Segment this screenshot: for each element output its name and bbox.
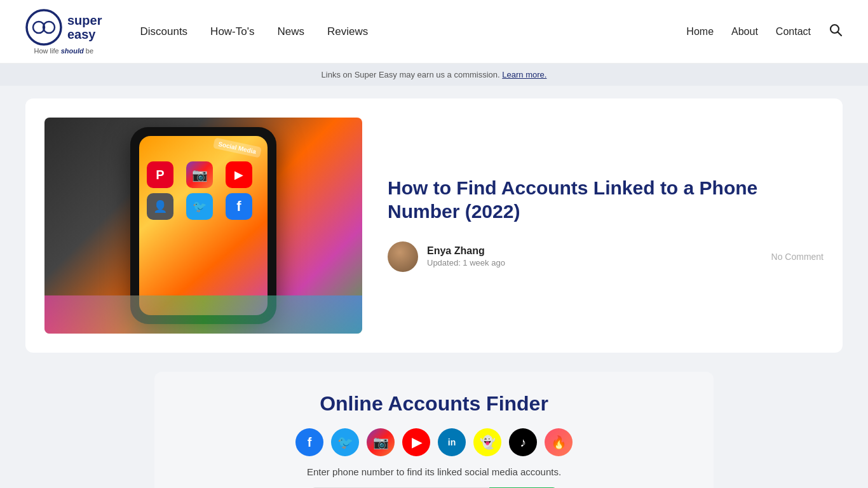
- article-title: How to Find Accounts Linked to a Phone N…: [388, 176, 824, 224]
- author-row: Enya Zhang Updated: 1 week ago No Commen…: [388, 241, 824, 272]
- author-name: Enya Zhang: [427, 245, 505, 257]
- article-info: How to Find Accounts Linked to a Phone N…: [388, 176, 824, 276]
- header-right: Home About Contact: [686, 23, 843, 40]
- logo-tagline: How life should be: [34, 47, 93, 55]
- header-left: super easy How life should be Discounts …: [25, 9, 368, 55]
- commission-text: Links on Super Easy may earn us a commis…: [322, 70, 500, 79]
- svg-line-4: [838, 32, 842, 36]
- logo-brand-name: super easy: [67, 13, 102, 41]
- app-icon-pinterest: P: [147, 161, 173, 188]
- main-nav: Discounts How-To's News Reviews: [140, 25, 368, 38]
- author-avatar: [388, 241, 418, 272]
- site-header: super easy How life should be Discounts …: [0, 0, 868, 64]
- social-icons-row: f 🐦 📷 ▶ in 👻 ♪ 🔥: [180, 428, 688, 456]
- social-icon-tinder: 🔥: [545, 428, 573, 456]
- comment-count: No Comment: [771, 252, 824, 262]
- nav-home[interactable]: Home: [686, 26, 714, 37]
- app-icon-instagram: 📷: [186, 161, 213, 188]
- nav-reviews[interactable]: Reviews: [327, 25, 368, 38]
- nav-about[interactable]: About: [731, 26, 758, 37]
- social-icon-youtube: ▶: [402, 428, 430, 456]
- finder-title: Online Accounts Finder: [180, 392, 688, 416]
- commission-bar: Links on Super Easy may earn us a commis…: [0, 64, 868, 86]
- social-media-label: Social Media: [213, 137, 261, 158]
- article-card: Social Media P 📷 ▶ 👤 🐦: [25, 98, 843, 353]
- learn-more-link[interactable]: Learn more.: [502, 70, 546, 79]
- app-icon-facebook: f: [226, 193, 252, 220]
- hero-image: Social Media P 📷 ▶ 👤 🐦: [44, 118, 362, 334]
- app-icon-twitter: 🐦: [186, 193, 213, 220]
- nav-news[interactable]: News: [277, 25, 304, 38]
- finder-description: Enter phone number to find its linked so…: [180, 466, 688, 477]
- main-content: Social Media P 📷 ▶ 👤 🐦: [0, 86, 868, 488]
- author-updated: Updated: 1 week ago: [427, 258, 505, 268]
- app-icon-person: 👤: [147, 193, 173, 220]
- finder-section: Online Accounts Finder f 🐦 📷 ▶ in 👻 ♪ 🔥 …: [154, 372, 714, 488]
- author-info: Enya Zhang Updated: 1 week ago: [427, 245, 505, 268]
- social-icon-instagram: 📷: [367, 428, 395, 456]
- social-icon-linkedin: in: [438, 428, 466, 456]
- social-icon-snapchat: 👻: [473, 428, 501, 456]
- social-icon-tiktok: ♪: [509, 428, 537, 456]
- site-logo[interactable]: super easy How life should be: [25, 9, 102, 55]
- social-icon-facebook: f: [295, 428, 323, 456]
- nav-discounts[interactable]: Discounts: [140, 25, 187, 38]
- app-icon-youtube: ▶: [226, 161, 252, 188]
- search-icon: [829, 23, 843, 37]
- nav-howtos[interactable]: How-To's: [210, 25, 254, 38]
- nav-contact[interactable]: Contact: [776, 26, 811, 37]
- search-button[interactable]: [829, 23, 843, 40]
- logo-icon: [25, 9, 62, 46]
- social-icon-twitter: 🐦: [331, 428, 359, 456]
